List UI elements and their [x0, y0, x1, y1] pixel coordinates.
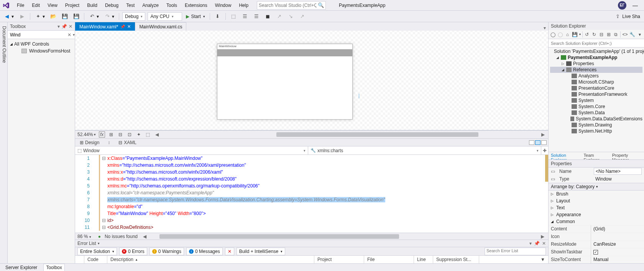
toolbox-search[interactable]: ✕ ▾	[8, 31, 75, 39]
se-tab-solution[interactable]: Solution Explorer	[549, 152, 582, 159]
errorlist-col[interactable]: Line	[414, 256, 433, 263]
se-node[interactable]: ▷Properties	[550, 61, 642, 67]
toolbox-close-icon[interactable]: ✕	[69, 24, 72, 29]
quick-launch-input[interactable]	[259, 3, 316, 8]
step-button-4[interactable]: ◼	[263, 13, 273, 20]
hscroll-left-icon[interactable]: ◀	[141, 234, 148, 239]
se-more-icon[interactable]: ▾	[637, 31, 642, 38]
editor-zoom-dropdown[interactable]: 86 % ▾	[77, 234, 94, 239]
errorlist-close-icon[interactable]: ✕	[542, 241, 546, 246]
new-project-button[interactable]: ✦▾	[33, 13, 46, 20]
errorlist-col[interactable]: Description ▲	[107, 256, 314, 263]
se-sync-icon[interactable]: ↺	[584, 31, 590, 38]
menu-build[interactable]: Build	[83, 1, 101, 10]
se-node[interactable]: PresentationFramework	[550, 91, 642, 97]
errorlist-source-dropdown[interactable]: Build + IntelliSense▾	[237, 248, 285, 255]
tab-mainwindow-xaml[interactable]: MainWindow.xaml* 📌 ✕	[75, 22, 135, 31]
menu-tools[interactable]: Tools	[163, 1, 181, 10]
status-tab-server-explorer[interactable]: Server Explorer	[3, 264, 39, 271]
prop-name-value[interactable]: <No Name>	[594, 168, 642, 175]
toolbox-item[interactable]: WindowsFormsHost	[10, 48, 72, 54]
designer-zoom-dropdown[interactable]: 52.44%▾	[77, 132, 96, 137]
open-file-button[interactable]: 📂	[49, 13, 58, 20]
code-editor[interactable]: 1234567891011 ⊟⊟⊟ x:Class="PaymentsExamp…	[75, 155, 548, 233]
undo-button[interactable]: ↶▾	[87, 13, 100, 20]
errorlist-col[interactable]: Suppression St...	[433, 256, 479, 263]
designer-grid-icon[interactable]: ⊞	[108, 131, 114, 138]
hscroll-right-icon[interactable]: ▶	[539, 234, 546, 239]
step-button-3[interactable]: ☰	[252, 13, 261, 20]
editor-hscroll[interactable]	[159, 234, 528, 239]
nav-member-dropdown[interactable]: 🔧xmlns:charts	[308, 146, 541, 154]
prop-row[interactable]: ResizeModeCanResize	[549, 240, 644, 248]
se-node[interactable]: ◢PaymentsExampleApp	[550, 54, 642, 61]
errorlist-search[interactable]	[485, 248, 546, 255]
start-debug-button[interactable]: ▶Start▾	[184, 13, 206, 20]
se-node[interactable]: Microsoft.CSharp	[550, 79, 642, 85]
prop-row[interactable]: Content(Grid)	[549, 225, 644, 233]
step-button-1[interactable]: ⬚	[229, 13, 238, 20]
se-home-icon[interactable]: ⌂	[565, 31, 570, 38]
solution-config-dropdown[interactable]: Debug	[122, 12, 145, 21]
se-viewcode-icon[interactable]: <>	[622, 31, 628, 38]
errorlist-messages-filter[interactable]: i0 Messages	[186, 248, 223, 255]
se-tab-propmgr[interactable]: Property Manager	[610, 152, 644, 159]
nav-back-button[interactable]: ◀▾	[2, 13, 15, 20]
se-copy-icon[interactable]: ⧉	[613, 31, 619, 38]
designer-snap2-icon[interactable]: ✦	[136, 131, 142, 138]
se-node[interactable]: System	[550, 97, 642, 103]
se-node[interactable]: System.Drawing	[550, 122, 642, 128]
se-back-icon[interactable]: ◯	[550, 31, 556, 38]
se-node[interactable]: Solution 'PaymentsExampleApp' (1 of 1 pr…	[550, 48, 642, 54]
prop-group-common[interactable]: ◢Common	[549, 218, 644, 225]
se-save-icon[interactable]: 💾	[572, 31, 578, 38]
solution-platform-dropdown[interactable]: Any CPU	[148, 12, 182, 21]
se-node[interactable]: System.Data	[550, 110, 642, 116]
se-node[interactable]: System.Core	[550, 103, 642, 110]
toolbox-search-dropdown-icon[interactable]: ▾	[73, 33, 75, 37]
errorlist-col[interactable]: Code	[84, 256, 107, 263]
errorlist-col[interactable]	[75, 256, 84, 263]
se-node[interactable]: Analyzers	[550, 73, 642, 79]
split-layout-2[interactable]	[535, 140, 540, 145]
status-tab-toolbox[interactable]: Toolbox	[43, 264, 64, 271]
left-sidebar-collapsed[interactable]: Document Outline Data Sources	[0, 22, 8, 263]
design-tab[interactable]: ⊞Design	[77, 139, 102, 146]
se-node[interactable]: System.Data.DataSetExtensions	[550, 116, 642, 122]
errorlist-warnings-filter[interactable]: !0 Warnings	[150, 248, 184, 255]
errorlist-col[interactable]: Project	[314, 256, 364, 263]
toolbox-search-input[interactable]	[10, 32, 67, 38]
menu-test[interactable]: Test	[122, 1, 138, 10]
split-layout-3[interactable]	[541, 140, 547, 145]
toolbox-search-clear-icon[interactable]: ✕	[67, 32, 71, 38]
prop-row[interactable]: SizeToContentManual	[549, 256, 644, 263]
designer-window-preview[interactable]: MainWindow ⎹	[217, 44, 353, 120]
menu-analyze[interactable]: Analyze	[138, 1, 163, 10]
prop-group[interactable]: ▷Brush	[549, 191, 644, 197]
menu-project[interactable]: Project	[61, 1, 83, 10]
errorlist-pin-icon[interactable]: 📌	[534, 241, 540, 246]
errorlist-errors-filter[interactable]: ✕0 Errors	[119, 248, 147, 255]
prop-group[interactable]: ▷Appearance	[549, 211, 644, 218]
tab-pin-icon[interactable]: 📌	[120, 25, 125, 29]
toolbox-options-icon[interactable]: ▾	[58, 24, 60, 29]
errorlist-col[interactable]: File	[364, 256, 414, 263]
save-button[interactable]: 💾	[60, 13, 69, 20]
designer-scroll-left-icon[interactable]: ◀	[154, 131, 160, 138]
designer-grid2-icon[interactable]: ⊟	[117, 131, 123, 138]
user-avatar[interactable]: EГ	[618, 1, 626, 10]
se-showall-icon[interactable]: ⊞	[606, 31, 611, 38]
step-button-2[interactable]: ☰	[240, 13, 250, 20]
errorlist-filter-icon[interactable]: ▼	[537, 256, 548, 263]
tab-close-icon[interactable]: ✕	[127, 24, 131, 29]
designer-sel-icon[interactable]: ⬚	[145, 131, 151, 138]
tab-overflow-icon[interactable]: ▾	[541, 25, 548, 31]
live-share-button[interactable]: ⇪Live Sha	[613, 13, 642, 20]
se-node[interactable]: System.Net.Http	[550, 128, 642, 134]
tab-mainwindow-cs[interactable]: MainWindow.xaml.cs	[135, 22, 186, 31]
se-collapse-icon[interactable]: ⊟	[599, 31, 605, 38]
xaml-tab[interactable]: ⊟XAML	[116, 139, 139, 146]
designer-fx-icon[interactable]: fx	[99, 131, 105, 138]
errorlist-dropdown-icon[interactable]: ▾	[529, 241, 532, 246]
menu-file[interactable]: File	[13, 1, 28, 10]
